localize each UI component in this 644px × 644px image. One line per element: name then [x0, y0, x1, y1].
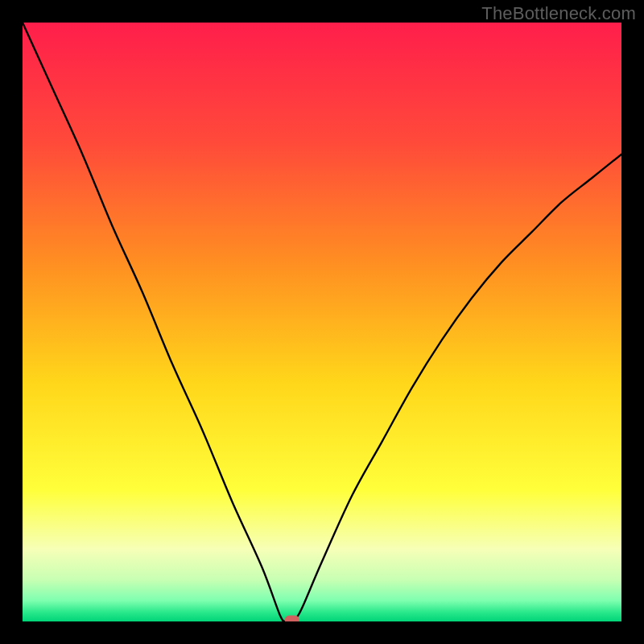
bottleneck-chart — [23, 23, 621, 621]
watermark-text: TheBottleneck.com — [481, 3, 636, 24]
chart-svg — [23, 23, 621, 621]
gradient-background — [23, 23, 621, 621]
chart-frame: TheBottleneck.com — [0, 0, 644, 644]
optimum-marker — [285, 616, 299, 622]
